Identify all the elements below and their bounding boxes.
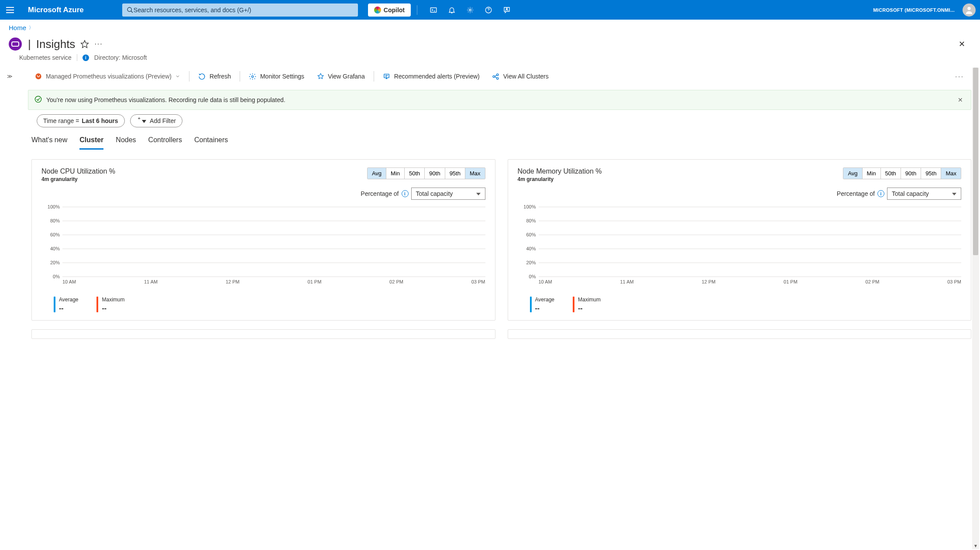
svg-point-6 — [967, 7, 970, 10]
all-clusters-label: View All Clusters — [503, 73, 549, 80]
y-tick: 80% — [526, 218, 536, 223]
svg-point-8 — [35, 73, 41, 79]
legend-color-swatch — [530, 297, 532, 312]
svg-point-9 — [252, 75, 254, 77]
tab-controllers[interactable]: Controllers — [148, 133, 182, 150]
add-filter-pill[interactable]: + Add Filter — [130, 114, 182, 127]
copilot-label: Copilot — [384, 7, 405, 14]
percentile-95th[interactable]: 95th — [921, 168, 941, 179]
x-tick: 01 PM — [308, 279, 322, 284]
percentile-max[interactable]: Max — [941, 168, 961, 179]
line-chart: 100%80%60%40%20%0%10 AM11 AM12 PM01 PM02… — [41, 207, 485, 292]
close-blade-button[interactable]: ✕ — [955, 36, 969, 52]
info-icon[interactable]: i — [877, 190, 884, 197]
legend-color-swatch — [573, 297, 574, 312]
legend-item[interactable]: Average-- — [54, 297, 78, 312]
legend-label: Maximum — [102, 297, 124, 303]
percentile-max[interactable]: Max — [465, 168, 485, 179]
page-title: Insights — [36, 38, 76, 51]
global-search[interactable] — [122, 3, 358, 17]
refresh-icon — [198, 72, 206, 80]
percentile-min[interactable]: Min — [863, 168, 881, 179]
tab-what-s-new[interactable]: What's new — [31, 133, 67, 150]
x-tick: 03 PM — [471, 279, 485, 284]
card-title: Node Memory Utilization % — [518, 167, 602, 175]
view-grafana-button[interactable]: View Grafana — [310, 71, 371, 82]
grafana-label: View Grafana — [328, 73, 365, 80]
percentile-95th[interactable]: 95th — [445, 168, 465, 179]
legend-item[interactable]: Maximum-- — [573, 297, 601, 312]
time-range-label: Time range = — [43, 117, 79, 124]
svg-point-5 — [506, 8, 508, 9]
x-tick: 11 AM — [620, 279, 633, 284]
favorite-star-icon[interactable] — [80, 40, 89, 48]
percentile-segment: AvgMin50th90th95thMax — [367, 167, 485, 179]
legend-item[interactable]: Average-- — [530, 297, 554, 312]
metric-card: Node CPU Utilization %4m granularityAvgM… — [31, 159, 495, 321]
view-all-clusters-button[interactable]: View All Clusters — [486, 71, 555, 82]
cloud-shell-icon[interactable] — [425, 2, 442, 18]
search-input[interactable] — [134, 7, 354, 14]
prometheus-viz-dropdown[interactable]: Managed Prometheus visualizations (Previ… — [28, 71, 186, 82]
y-tick: 40% — [526, 246, 536, 251]
svg-point-13 — [497, 77, 499, 79]
time-range-pill[interactable]: Time range = Last 6 hours — [37, 114, 125, 127]
legend-value: -- — [59, 304, 78, 312]
filter-funnel-icon — [142, 117, 147, 124]
y-tick: 100% — [523, 204, 536, 209]
svg-point-12 — [497, 74, 499, 75]
legend-value: -- — [535, 304, 554, 312]
scrollbar-thumb[interactable] — [973, 68, 978, 255]
capacity-select[interactable]: Total capacity — [887, 188, 961, 200]
breadcrumb-home[interactable]: Home — [9, 24, 26, 31]
tab-nodes[interactable]: Nodes — [116, 133, 136, 150]
svg-point-11 — [493, 75, 495, 77]
refresh-button[interactable]: Refresh — [192, 71, 237, 82]
notifications-icon[interactable] — [444, 2, 460, 18]
legend-value: -- — [578, 304, 601, 312]
percentile-min[interactable]: Min — [386, 168, 405, 179]
percentile-segment: AvgMin50th90th95thMax — [843, 167, 961, 179]
svg-point-0 — [127, 7, 131, 11]
hamburger-menu[interactable] — [4, 4, 17, 16]
legend-label: Average — [535, 297, 554, 303]
capacity-select[interactable]: Total capacity — [411, 188, 485, 200]
directory-label: Directory: Microsoft — [94, 54, 147, 61]
expand-sidebar-button[interactable]: ≫ — [4, 72, 15, 81]
tab-containers[interactable]: Containers — [194, 133, 228, 150]
monitor-settings-button[interactable]: Monitor Settings — [243, 71, 310, 82]
metric-card: Node Memory Utilization %4m granularityA… — [508, 159, 972, 321]
x-tick: 12 PM — [226, 279, 240, 284]
chevron-right-icon: 〉 — [29, 24, 34, 31]
breadcrumb: Home 〉 — [0, 20, 980, 34]
grafana-icon — [316, 72, 324, 80]
alerts-label: Recommended alerts (Preview) — [394, 73, 480, 80]
info-icon[interactable]: i — [402, 190, 409, 197]
recommended-alerts-button[interactable]: Recommended alerts (Preview) — [377, 71, 486, 82]
percentile-90th[interactable]: 90th — [425, 168, 445, 179]
percentile-90th[interactable]: 90th — [901, 168, 921, 179]
percentile-50th[interactable]: 50th — [881, 168, 901, 179]
settings-icon[interactable] — [462, 2, 478, 18]
percentile-50th[interactable]: 50th — [405, 168, 425, 179]
user-avatar[interactable] — [963, 3, 976, 17]
banner-dismiss-button[interactable]: ✕ — [956, 95, 965, 105]
vertical-scrollbar[interactable]: ▼ — [972, 68, 979, 348]
info-icon: i — [83, 55, 89, 61]
toolbar-overflow-button[interactable]: ··· — [948, 73, 971, 80]
legend-item[interactable]: Maximum-- — [96, 297, 124, 312]
x-tick: 02 PM — [389, 279, 403, 284]
copilot-button[interactable]: Copilot — [368, 3, 411, 17]
help-icon[interactable] — [480, 2, 497, 18]
tab-cluster[interactable]: Cluster — [79, 133, 103, 150]
percentile-avg[interactable]: Avg — [843, 168, 862, 179]
percentage-of-label: Percentage of — [361, 190, 399, 197]
tenant-label[interactable]: MICROSOFT (MICROSOFT.ONMI... — [873, 7, 955, 13]
feedback-icon[interactable] — [499, 2, 515, 18]
svg-rect-2 — [430, 7, 437, 12]
more-actions-icon[interactable]: ··· — [94, 40, 103, 48]
y-tick: 100% — [48, 204, 60, 209]
x-tick: 03 PM — [947, 279, 961, 284]
percentile-avg[interactable]: Avg — [368, 168, 386, 179]
svg-point-3 — [469, 9, 471, 11]
